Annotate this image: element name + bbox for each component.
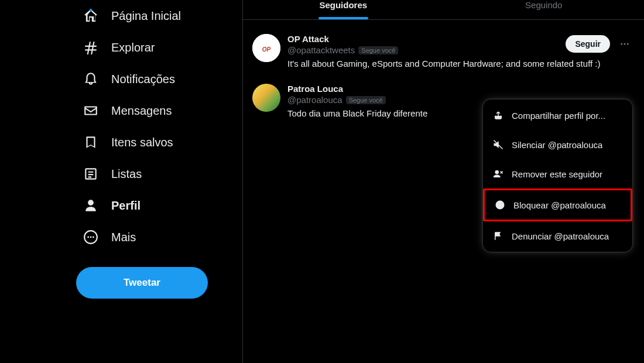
nav-label: Itens salvos (111, 136, 173, 149)
tab-label: Seguidores (319, 0, 367, 10)
menu-label: Denunciar @patroalouca (512, 231, 609, 241)
nav-explore[interactable]: Explorar (76, 32, 231, 63)
svg-point-10 (495, 170, 498, 173)
nav-label: Listas (111, 167, 142, 181)
more-options-button[interactable] (615, 34, 635, 54)
tweet-button[interactable]: Tweetar (76, 267, 208, 299)
person-icon (83, 198, 98, 213)
menu-report[interactable]: Denunciar @patroalouca (483, 221, 632, 251)
menu-remove-follower[interactable]: Remover este seguidor (483, 159, 632, 189)
nav-label: Página Inicial (111, 9, 181, 23)
nav-home[interactable]: Página Inicial (76, 0, 231, 32)
tab-label: Seguindo (525, 0, 562, 10)
main-content: Seguidores Seguindo OP OP Attack @opatta… (243, 0, 644, 363)
list-icon (83, 166, 98, 182)
tab-followers[interactable]: Seguidores (243, 0, 444, 19)
nav-label: Perfil (111, 199, 141, 213)
nav-label: Notificações (111, 73, 175, 86)
menu-mute[interactable]: Silenciar @patroalouca (483, 130, 632, 159)
menu-block[interactable]: Bloquear @patroalouca (483, 189, 632, 221)
menu-label: Remover este seguidor (512, 169, 602, 179)
bookmark-icon (83, 135, 98, 150)
flag-icon (493, 231, 503, 241)
menu-label: Silenciar @patroalouca (512, 140, 602, 150)
svg-point-0 (90, 9, 93, 12)
svg-point-8 (624, 43, 626, 45)
more-circle-icon (83, 230, 98, 245)
envelope-icon (83, 103, 98, 118)
context-menu: Compartilhar perfil por... Silenciar @pa… (483, 100, 632, 252)
block-icon (495, 200, 505, 210)
bell-icon (83, 71, 98, 87)
follower-name: OP Attack (287, 34, 398, 44)
nav-messages[interactable]: Mensagens (76, 95, 231, 126)
menu-share-profile[interactable]: Compartilhar perfil por... (483, 101, 632, 130)
nav-label: Mais (111, 231, 136, 244)
share-icon (493, 110, 503, 121)
menu-label: Compartilhar perfil por... (512, 111, 605, 121)
follower-name: Patroa Louca (287, 84, 386, 94)
remove-person-icon (493, 169, 503, 179)
tabs: Seguidores Seguindo (243, 0, 644, 20)
avatar[interactable]: OP (252, 34, 280, 62)
nav-lists[interactable]: Listas (76, 158, 231, 190)
svg-text:OP: OP (262, 46, 271, 53)
follower-body: OP Attack @opattacktweets Segue você Seg… (287, 34, 635, 70)
svg-point-7 (621, 43, 622, 45)
avatar[interactable] (252, 84, 280, 112)
nav-notifications[interactable]: Notificações (76, 63, 231, 95)
sidebar: Página Inicial Explorar Notificações Men… (0, 0, 243, 363)
follower-handle: @patroalouca (287, 95, 342, 105)
nav-label: Explorar (111, 41, 155, 54)
follower-handle: @opattacktweets (287, 45, 355, 55)
follows-you-badge: Segue você (358, 46, 398, 54)
follows-you-badge: Segue você (346, 96, 386, 104)
svg-point-9 (627, 43, 629, 45)
tab-following[interactable]: Seguindo (444, 0, 645, 19)
home-icon (83, 8, 98, 23)
mute-icon (493, 139, 503, 150)
nav-more[interactable]: Mais (76, 221, 231, 253)
menu-label: Bloquear @patroalouca (513, 200, 606, 210)
nav-profile[interactable]: Perfil (76, 190, 231, 221)
svg-point-2 (87, 237, 89, 238)
svg-point-4 (93, 237, 94, 238)
svg-point-3 (90, 237, 92, 238)
follower-bio: It's all about Gaming, eSports and Compu… (287, 57, 635, 70)
follow-button[interactable]: Seguir (566, 35, 610, 53)
nav-label: Mensagens (111, 104, 172, 118)
nav-bookmarks[interactable]: Itens salvos (76, 126, 231, 158)
ellipsis-icon (619, 39, 630, 49)
hash-icon (83, 40, 98, 55)
follower-row[interactable]: OP OP Attack @opattacktweets Segue você … (243, 27, 644, 77)
